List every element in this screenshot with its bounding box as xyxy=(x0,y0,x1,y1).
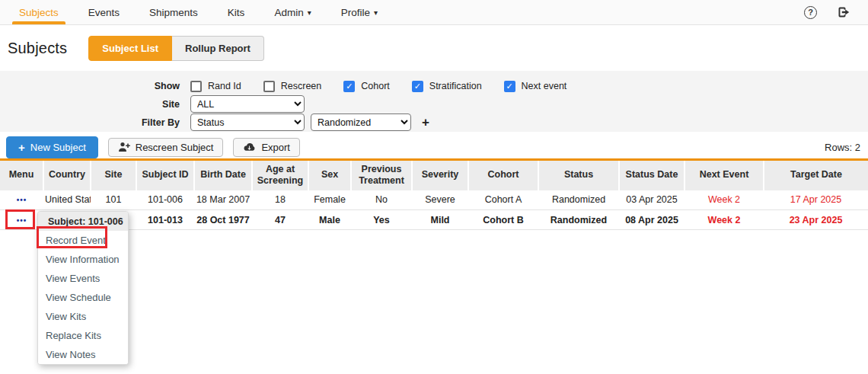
nav-item-profile[interactable]: Profile▾ xyxy=(341,0,378,24)
nav-item-label: Shipments xyxy=(149,7,198,18)
nav-items: SubjectsEventsShipmentsKitsAdmin▾Profile… xyxy=(19,0,407,24)
table-header-row: MenuCountrySiteSubject IDBirth DateAge a… xyxy=(0,160,868,190)
site-select[interactable]: ALL xyxy=(190,95,305,113)
column-header-target-date: Target Date xyxy=(764,160,868,190)
plus-icon: + xyxy=(18,141,25,154)
nav-item-admin[interactable]: Admin▾ xyxy=(274,0,311,24)
page-head: Subjects Subject List Rollup Report xyxy=(8,35,868,61)
logout-icon[interactable] xyxy=(837,6,851,18)
filter-value-select[interactable]: Randomized xyxy=(311,113,411,131)
subjects-page: SubjectsEventsShipmentsKitsAdmin▾Profile… xyxy=(0,0,868,374)
table-row: •••101-01328 Oct 197747MaleYesMildCohort… xyxy=(0,210,868,230)
nav-item-kits[interactable]: Kits xyxy=(228,0,245,24)
add-filter-icon[interactable]: + xyxy=(422,116,429,129)
table-body: •••United States101101-00618 Mar 200718F… xyxy=(0,190,868,230)
show-checkbox-stratification[interactable]: ✓Stratification xyxy=(412,81,482,92)
help-icon[interactable]: ? xyxy=(804,6,817,19)
nav-item-events[interactable]: Events xyxy=(88,0,120,24)
checkbox-unchecked-icon xyxy=(263,81,275,92)
filter-by-label: Filter By xyxy=(0,117,190,128)
cell-sex: Female xyxy=(308,190,351,210)
ellipsis-icon: ••• xyxy=(17,196,27,204)
rescreen-subject-button[interactable]: Rescreen Subject xyxy=(108,138,224,157)
chevron-down-icon: ▾ xyxy=(374,8,378,17)
checkbox-label: Stratification xyxy=(429,81,482,91)
checkbox-label: Cohort xyxy=(361,81,390,91)
site-label: Site xyxy=(0,99,190,110)
nav-item-label: Profile xyxy=(341,7,370,18)
nav-right: ? xyxy=(804,0,868,24)
show-checkbox-rescreen[interactable]: Rescreen xyxy=(263,81,322,92)
cell-next-event: Week 2 xyxy=(685,210,764,230)
nav-item-label: Events xyxy=(88,7,120,18)
checkbox-label: Next event xyxy=(522,81,567,91)
column-header-birth-date: Birth Date xyxy=(194,160,252,190)
cell-status: Randomized xyxy=(538,190,619,210)
column-header-sex: Sex xyxy=(308,160,351,190)
column-header-age-at-screening: Age at Screening xyxy=(252,160,308,190)
menu-item-view-events[interactable]: View Events xyxy=(38,269,128,288)
menu-item-view-schedule[interactable]: View Schedule xyxy=(38,288,128,307)
show-checkbox-next-event[interactable]: ✓Next event xyxy=(504,81,567,92)
cell-birth-date: 28 Oct 1977 xyxy=(194,210,252,230)
top-nav: SubjectsEventsShipmentsKitsAdmin▾Profile… xyxy=(0,0,868,25)
column-header-next-event: Next Event xyxy=(685,160,764,190)
cell-previous-treatment: No xyxy=(351,190,412,210)
menu-item-view-kits[interactable]: View Kits xyxy=(38,307,128,326)
new-subject-button[interactable]: + New Subject xyxy=(6,136,98,158)
cell-cohort: Cohort B xyxy=(468,210,538,230)
checkbox-checked-icon: ✓ xyxy=(504,81,515,92)
show-checkboxes: Rand IdRescreen✓Cohort✓Stratification✓Ne… xyxy=(190,81,589,92)
nav-item-label: Admin xyxy=(274,7,303,18)
menu-item-view-information[interactable]: View Information xyxy=(38,250,128,269)
cell-subject-id: 101-013 xyxy=(136,210,194,230)
filter-field-select[interactable]: Status xyxy=(190,113,305,131)
cell-severity: Mild xyxy=(412,210,468,230)
context-menu-items: Record EventView InformationView EventsV… xyxy=(38,231,128,364)
cell-status-date: 08 Apr 2025 xyxy=(619,210,685,230)
cell-age-at-screening: 47 xyxy=(252,210,308,230)
nav-item-subjects[interactable]: Subjects xyxy=(19,0,59,24)
cell-site: 101 xyxy=(91,190,136,210)
cell-sex: Male xyxy=(308,210,351,230)
cell-cohort: Cohort A xyxy=(468,190,538,210)
menu-item-view-notes[interactable]: View Notes xyxy=(38,345,128,364)
rescreen-subject-label: Rescreen Subject xyxy=(136,142,214,153)
table-row: •••United States101101-00618 Mar 200718F… xyxy=(0,190,868,210)
nav-item-label: Kits xyxy=(228,7,245,18)
column-header-status: Status xyxy=(538,160,619,190)
view-tabs: Subject List Rollup Report xyxy=(88,36,264,61)
column-header-status-date: Status Date xyxy=(619,160,685,190)
column-header-previous-treatment: Previous Treatment xyxy=(351,160,412,190)
filter-bar: Show Rand IdRescreen✓Cohort✓Stratificati… xyxy=(0,71,868,132)
page-title: Subjects xyxy=(8,40,67,57)
tab-subject-list[interactable]: Subject List xyxy=(88,36,172,61)
tab-rollup-report[interactable]: Rollup Report xyxy=(172,36,264,61)
subjects-table: MenuCountrySiteSubject IDBirth DateAge a… xyxy=(0,158,868,230)
cell-severity: Severe xyxy=(412,190,468,210)
menu-item-replace-kits[interactable]: Replace Kits xyxy=(38,326,128,345)
cell-country: United States xyxy=(43,190,91,210)
show-checkbox-cohort[interactable]: ✓Cohort xyxy=(343,81,390,92)
new-subject-label: New Subject xyxy=(30,142,86,153)
cell-status: Randomized xyxy=(538,210,619,230)
cell-previous-treatment: Yes xyxy=(351,210,412,230)
cell-target-date: 23 Apr 2025 xyxy=(764,210,868,230)
export-button[interactable]: Export xyxy=(233,138,300,157)
row-context-menu: Subject: 101-006 Record EventView Inform… xyxy=(37,211,129,365)
cloud-download-icon xyxy=(243,142,256,152)
menu-item-record-event[interactable]: Record Event xyxy=(38,231,128,250)
rows-count: Rows: 2 xyxy=(825,142,860,153)
column-header-menu: Menu xyxy=(0,160,43,190)
checkbox-label: Rand Id xyxy=(208,81,241,91)
nav-item-shipments[interactable]: Shipments xyxy=(149,0,198,24)
person-add-icon xyxy=(118,142,130,152)
row-menu-button[interactable]: ••• xyxy=(0,190,43,210)
checkbox-unchecked-icon xyxy=(190,81,202,92)
nav-item-label: Subjects xyxy=(19,7,59,18)
checkbox-checked-icon: ✓ xyxy=(343,81,355,92)
column-header-cohort: Cohort xyxy=(468,160,538,190)
context-menu-header: Subject: 101-006 xyxy=(38,212,128,231)
export-label: Export xyxy=(261,142,290,153)
show-checkbox-rand-id[interactable]: Rand Id xyxy=(190,81,241,92)
